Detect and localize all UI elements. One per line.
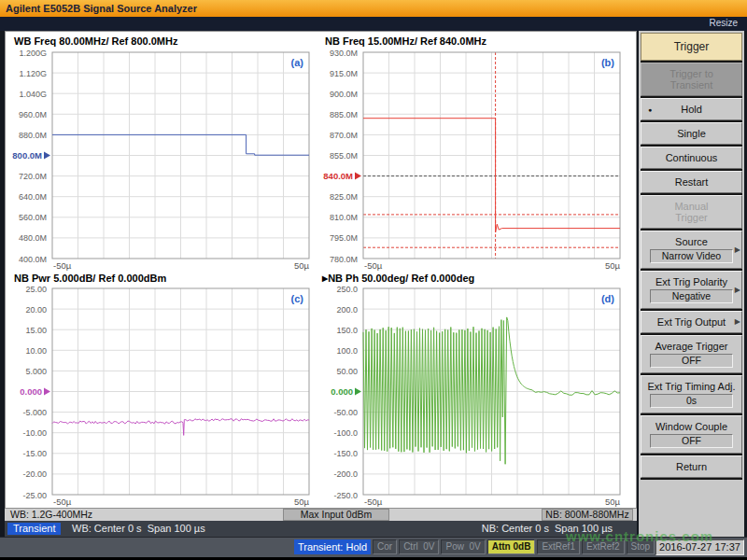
softkey-ext-trig-polarity[interactable]: Ext Trig PolarityNegative▶ — [641, 271, 742, 309]
svg-text:810.0M: 810.0M — [330, 213, 358, 222]
indicator-cor: Cor — [373, 539, 397, 554]
svg-text:50µ: 50µ — [605, 497, 621, 507]
svg-text:400.0M: 400.0M — [19, 255, 47, 264]
svg-text:930.0M: 930.0M — [330, 49, 358, 58]
softkey-average-trigger[interactable]: Average TriggerOFF — [641, 335, 742, 373]
svg-text:20.00: 20.00 — [25, 305, 47, 315]
svg-text:1.120G: 1.120G — [19, 69, 47, 78]
panel-d-title: ▶NB Ph 50.00deg/ Ref 0.000deg — [322, 273, 474, 284]
softkey-label: Ext Trig Output — [643, 316, 740, 328]
submenu-arrow-icon: ▶ — [735, 245, 740, 254]
svg-text:250.0: 250.0 — [336, 285, 358, 294]
softkey-window-couple[interactable]: Window CoupleOFF — [641, 415, 742, 454]
panel-c-title: NB Pwr 5.000dB/ Ref 0.000dBm — [14, 273, 166, 284]
svg-text:870.0M: 870.0M — [330, 131, 358, 140]
softkey-ext-trig-polarity-value: Negative — [650, 289, 733, 303]
indicator-pow-0v: Pow 0V — [441, 539, 485, 554]
softkey-label: Ext Trig Timing Adj. — [643, 381, 740, 392]
softkey-label: Manual — [643, 201, 740, 212]
svg-text:720.0M: 720.0M — [19, 172, 47, 181]
svg-text:50µ: 50µ — [605, 260, 621, 271]
svg-text:(a): (a) — [291, 57, 304, 68]
indicator-ctrl-0v: Ctrl 0V — [399, 539, 439, 554]
softkey-label: Single — [643, 128, 740, 139]
svg-text:50.00: 50.00 — [336, 367, 358, 376]
softkey-ext-trig-timing-adj-value: 0s — [650, 394, 733, 408]
panel-a-title-text: WB Freq 80.00MHz/ Ref 800.0MHz — [14, 35, 177, 47]
svg-text:880.0M: 880.0M — [19, 131, 47, 140]
nb-sweep-readout: NB: Center 0 s Span 100 µs — [482, 523, 613, 534]
panel-a-title: WB Freq 80.00MHz/ Ref 800.0MHz — [14, 35, 177, 47]
instrument-screen: Agilent E5052B Signal Source Analyzer Re… — [0, 0, 747, 560]
instrument-status-bar: Transient: Hold CorCtrl 0VPow 0VAttn 0dB… — [0, 537, 747, 557]
svg-text:100.0: 100.0 — [336, 346, 358, 356]
softkey-source[interactable]: SourceNarrow Video▶ — [641, 231, 742, 269]
datetime-readout: 2016-07-27 17:37 — [655, 539, 744, 555]
softkey-label: Return — [643, 461, 740, 472]
svg-text:15.00: 15.00 — [25, 326, 47, 335]
svg-text:0.000: 0.000 — [331, 386, 353, 397]
svg-text:10.00: 10.00 — [25, 346, 47, 356]
softkey-return[interactable]: Return — [641, 455, 742, 478]
svg-text:50µ: 50µ — [294, 260, 310, 271]
softkey-sidebar: Trigger Trigger toTransientHold●SingleCo… — [639, 31, 747, 537]
softkey-label: Source — [643, 236, 740, 247]
softkey-restart[interactable]: Restart — [641, 171, 742, 193]
svg-text:5.000: 5.000 — [25, 367, 47, 376]
wb-sweep-readout: WB: Center 0 s Span 100 µs — [72, 523, 205, 534]
svg-text:-50µ: -50µ — [364, 497, 383, 507]
svg-text:(d): (d) — [601, 293, 614, 304]
svg-text:780.0M: 780.0M — [330, 255, 358, 264]
svg-text:-10.00: -10.00 — [22, 428, 47, 438]
nb-range-readout: NB: 800M-880MHz — [542, 509, 633, 521]
svg-text:50µ: 50µ — [294, 497, 310, 507]
panel-c-title-text: NB Pwr 5.000dB/ Ref 0.000dBm — [14, 273, 166, 284]
svg-text:150.0: 150.0 — [336, 326, 358, 335]
panel-b-title-text: NB Freq 15.00MHz/ Ref 840.0MHz — [325, 35, 486, 47]
softkey-label: Hold — [643, 104, 740, 115]
svg-text:-50µ: -50µ — [53, 260, 72, 271]
softkey-ext-trig-timing-adj[interactable]: Ext Trig Timing Adj.0s — [641, 375, 742, 413]
softkey-hold[interactable]: Hold● — [641, 98, 742, 120]
svg-text:-150.0: -150.0 — [333, 449, 358, 458]
softkey-label: Restart — [643, 176, 740, 188]
panel-d-chart: 250.0200.0150.0100.050.000.000-50.00-100… — [319, 284, 631, 510]
softkey-window-couple-value: OFF — [650, 434, 733, 448]
menu-bar: Resize — [0, 17, 747, 31]
svg-text:-50.00: -50.00 — [333, 408, 358, 417]
panel-c-chart: 25.0020.0015.0010.005.0000.000-5.000-10.… — [8, 284, 320, 510]
svg-text:-100.0: -100.0 — [333, 428, 358, 438]
indicator-extref2: ExtRef2 — [582, 539, 625, 554]
svg-text:-15.00: -15.00 — [22, 449, 47, 458]
panel-b-chart: 930.0M915.0M900.0M885.0M870.0M855.0M840.… — [319, 48, 631, 273]
softkey-single[interactable]: Single — [641, 122, 742, 145]
softkey-label: Average Trigger — [643, 341, 740, 352]
svg-text:-20.00: -20.00 — [22, 469, 47, 479]
resize-button[interactable]: Resize — [709, 18, 738, 28]
svg-text:-200.0: -200.0 — [333, 469, 358, 479]
svg-text:885.0M: 885.0M — [330, 110, 358, 119]
svg-text:-50µ: -50µ — [364, 260, 383, 271]
svg-text:1.040G: 1.040G — [19, 90, 47, 99]
svg-text:25.00: 25.00 — [25, 285, 47, 294]
transient-tab[interactable]: Transient — [7, 523, 61, 535]
panel-b-title: NB Freq 15.00MHz/ Ref 840.0MHz — [325, 35, 486, 47]
softkey-column: Trigger Trigger toTransientHold●SingleCo… — [641, 33, 742, 480]
indicator-stop: Stop — [627, 539, 655, 554]
wb-range-readout: WB: 1.2G-400MHz — [10, 509, 92, 520]
indicator-group: CorCtrl 0VPow 0VAttn 0dBExtRef1ExtRef2St… — [373, 539, 682, 554]
softkey-continuous[interactable]: Continuous — [641, 147, 742, 169]
softkey-label: Trigger to — [643, 68, 740, 79]
softkey-average-trigger-value: OFF — [650, 354, 733, 368]
softkey-label: Trigger — [643, 212, 740, 223]
svg-text:(b): (b) — [601, 57, 614, 68]
title-bar: Agilent E5052B Signal Source Analyzer — [0, 0, 747, 17]
softkey-label: Continuous — [643, 152, 740, 163]
svg-text:795.0M: 795.0M — [330, 233, 358, 243]
softkey-ext-trig-output[interactable]: Ext Trig Output▶ — [641, 311, 742, 333]
svg-text:800.0M: 800.0M — [12, 150, 42, 161]
softkey-manual-trigger: ManualTrigger — [641, 195, 742, 229]
svg-text:-5.000: -5.000 — [22, 408, 47, 417]
softkey-label: Ext Trig Polarity — [643, 276, 740, 287]
selected-dot-icon: ● — [648, 106, 652, 113]
